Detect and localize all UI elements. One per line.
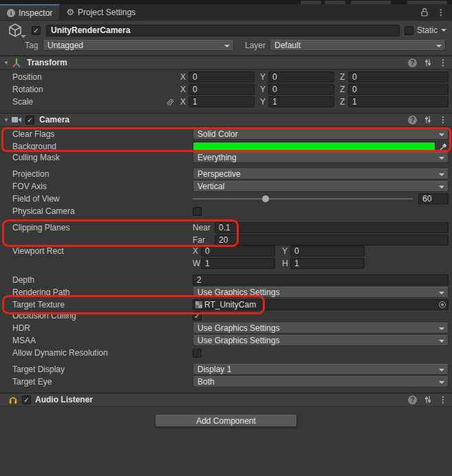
background-color-swatch[interactable] [193,142,435,151]
axis-x-label: X [193,246,201,256]
link-broken-icon[interactable] [166,98,175,107]
gameobject-name-input[interactable]: UnityRenderCamera [46,25,400,36]
scale-x-input[interactable]: 1 [189,96,255,107]
projection-row: Projection Perspective [0,169,452,180]
hdr-dropdown[interactable]: Use Graphics Settings [193,323,449,334]
transform-body: Position X 0 Y 0 Z 0 Rotation X 0 Y 0 Z … [0,69,452,113]
allow-dynamic-resolution-checkbox[interactable] [193,349,202,358]
fov-axis-dropdown[interactable]: Vertical [193,181,449,192]
far-input[interactable]: 20 [215,235,449,246]
chevron-down-icon [21,35,26,41]
msaa-dropdown[interactable]: Use Graphics Settings [193,335,449,346]
add-component-section: Add Component [0,407,452,427]
axis-y-label: Y [260,72,268,82]
object-picker-icon[interactable] [439,301,446,308]
audio-listener-header[interactable]: Audio Listener [0,393,452,407]
target-eye-dropdown[interactable]: Both [193,376,449,387]
kebab-menu-icon[interactable] [439,58,447,67]
gameobject-active-checkbox[interactable] [32,26,41,35]
highlight-target-texture: Target Texture RT_UnityCam [0,299,452,310]
tab-bar: Inspector Project Settings [0,4,452,21]
toolbar-button-sliver [301,1,321,4]
scale-y-input[interactable]: 1 [268,96,334,107]
clear-flags-label: Clear Flags [0,129,193,139]
camera-icon [11,115,22,125]
kebab-menu-icon[interactable] [439,395,447,404]
scale-z-input[interactable]: 1 [348,96,449,107]
clipping-far-row: Far 20 [0,235,452,246]
tab-inspector[interactable]: Inspector [0,4,59,20]
fov-axis-label: FOV Axis [0,182,193,191]
axis-z-label: Z [340,85,348,94]
field-of-view-label: Field of View [0,194,193,204]
static-dropdown-icon[interactable] [441,29,446,34]
gameobject-icon-button[interactable] [3,22,28,39]
target-display-dropdown[interactable]: Display 1 [193,364,449,375]
help-icon[interactable] [408,396,417,404]
foldout-icon[interactable] [0,117,11,123]
rotation-x-input[interactable]: 0 [189,84,255,95]
toolbar-button-sliver [351,1,391,4]
foldout-icon[interactable] [0,60,11,66]
rotation-z-input[interactable]: 0 [348,84,449,95]
tag-dropdown[interactable]: Untagged [43,40,234,51]
position-x-input[interactable]: 0 [189,72,255,83]
slider-handle[interactable] [262,195,269,202]
highlight-clearflags-background: Clear Flags Solid Color Background [0,129,452,152]
position-y-input[interactable]: 0 [268,72,334,83]
eyedropper-icon[interactable] [439,142,448,151]
projection-dropdown[interactable]: Perspective [193,169,449,180]
culling-mask-dropdown[interactable]: Everything [193,152,449,163]
fov-axis-value: Vertical [197,182,224,191]
kebab-menu-icon[interactable] [439,115,447,125]
culling-mask-label: Culling Mask [0,153,193,162]
scale-row: Scale X 1 Y 1 Z 1 [0,96,452,107]
help-icon[interactable] [408,116,417,125]
target-display-label: Target Display [0,365,193,374]
field-of-view-input[interactable]: 60 [418,193,449,204]
tab-project-settings[interactable]: Project Settings [59,4,142,20]
position-z-input[interactable]: 0 [348,72,449,83]
target-texture-row: Target Texture RT_UnityCam [0,299,452,310]
occlusion-culling-checkbox[interactable] [193,312,202,321]
physical-camera-checkbox[interactable] [193,207,202,216]
layer-dropdown[interactable]: Default [270,40,446,51]
lock-open-icon[interactable] [420,8,429,17]
viewport-w-input[interactable]: 1 [201,258,275,269]
kebab-menu-icon[interactable] [437,8,445,17]
camera-header[interactable]: Camera [0,113,452,127]
field-of-view-slider[interactable] [193,193,413,204]
preset-icon[interactable] [424,396,432,404]
axis-z-label: Z [340,72,348,82]
audio-listener-enabled-checkbox[interactable] [22,396,31,404]
clear-flags-dropdown[interactable]: Solid Color [193,129,449,140]
culling-mask-row: Culling Mask Everything [0,152,452,163]
top-toolbar-sliver [0,0,452,4]
viewport-h-input[interactable]: 1 [290,258,365,269]
near-input[interactable]: 0.1 [215,222,449,233]
rotation-row: Rotation X 0 Y 0 Z 0 [0,84,452,95]
rotation-y-input[interactable]: 0 [268,84,334,95]
preset-icon[interactable] [424,116,432,124]
transform-header[interactable]: Transform [0,56,452,69]
camera-enabled-checkbox[interactable] [25,116,34,125]
static-checkbox[interactable] [405,26,413,35]
add-component-button[interactable]: Add Component [155,415,297,427]
clear-flags-row: Clear Flags Solid Color [0,129,452,140]
rendering-path-dropdown[interactable]: Use Graphics Settings [193,287,449,298]
axis-y-label: Y [282,246,290,256]
viewport-y-input[interactable]: 0 [290,246,365,257]
headphones-icon [8,395,18,404]
target-texture-label: Target Texture [0,300,193,310]
target-texture-object-field[interactable]: RT_UnityCam [193,299,449,310]
clear-flags-value: Solid Color [197,129,238,139]
help-icon[interactable] [408,58,417,67]
target-eye-value: Both [197,377,215,387]
preset-icon[interactable] [424,58,432,67]
axis-y-label: Y [260,85,268,94]
viewport-x-input[interactable]: 0 [201,246,275,257]
position-label: Position [0,72,180,82]
hdr-row: HDR Use Graphics Settings [0,323,452,334]
depth-input[interactable]: 2 [193,274,449,285]
tag-value: Untagged [47,41,83,50]
